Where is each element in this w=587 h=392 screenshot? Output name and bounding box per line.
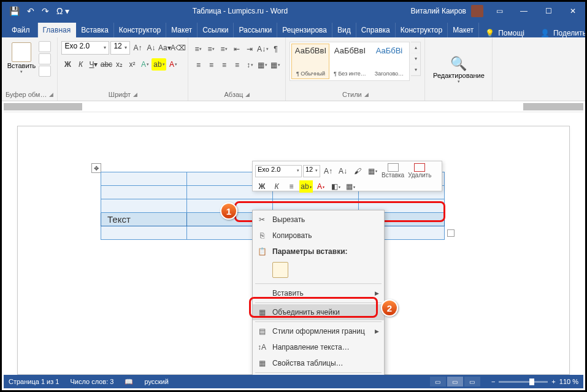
tab-file[interactable]: Файл <box>4 23 38 37</box>
align-left-icon[interactable]: ≡ <box>192 59 204 71</box>
indent-dec-icon[interactable]: ⇤ <box>231 43 243 55</box>
view-print-icon[interactable]: ▭ <box>447 377 463 386</box>
align-justify-icon[interactable]: ≡ <box>231 59 243 71</box>
find-button[interactable]: 🔍 Редактирование ▾ <box>443 53 475 84</box>
table-resize-handle[interactable] <box>447 229 455 237</box>
align-center-icon[interactable]: ≡ <box>205 59 217 71</box>
cut-icon[interactable] <box>39 41 51 52</box>
tell-me-icon[interactable]: 💡 <box>485 29 494 37</box>
numbering-icon[interactable]: ≡ <box>205 43 217 55</box>
style-normal[interactable]: АаБбВвІ¶ Обычный <box>291 44 329 79</box>
indent-inc-icon[interactable]: ⇥ <box>244 43 256 55</box>
ribbon-options-icon[interactable]: ▭ <box>487 2 512 20</box>
status-page[interactable]: Страница 1 из 1 <box>9 378 59 385</box>
undo-icon[interactable]: ↶ <box>27 6 34 16</box>
shading-icon[interactable]: ▦ <box>256 59 269 71</box>
menu-copy[interactable]: ⎘Копировать <box>253 228 384 244</box>
view-web-icon[interactable]: ▭ <box>464 377 480 386</box>
dialog-launcher-icon[interactable]: ◢ <box>133 91 137 98</box>
dialog-launcher-icon[interactable]: ◢ <box>245 91 250 98</box>
zoom-level[interactable]: 110 % <box>559 378 578 385</box>
borders-icon[interactable]: ▦ <box>269 59 282 71</box>
mini-bold-icon[interactable]: Ж <box>255 180 269 193</box>
italic-button[interactable]: К <box>74 58 86 71</box>
tab-review[interactable]: Рецензирова <box>277 23 332 37</box>
mini-font-select[interactable]: Exo 2.0▾ <box>255 165 302 177</box>
subscript-button[interactable]: x₂ <box>113 58 125 71</box>
paste-option-icon[interactable] <box>272 262 288 278</box>
style-heading1[interactable]: АаБбВіЗаголово… <box>370 44 408 79</box>
horizontal-ruler[interactable] <box>4 101 583 112</box>
save-icon[interactable]: 💾 <box>9 6 20 16</box>
maximize-button[interactable]: ☐ <box>536 2 561 20</box>
zoom-slider[interactable] <box>499 381 548 383</box>
tab-view[interactable]: Вид <box>332 23 356 37</box>
status-language[interactable]: русский <box>144 378 168 385</box>
status-proof-icon[interactable]: 📖 <box>125 378 133 386</box>
multilevel-icon[interactable]: ≡ <box>218 43 230 55</box>
avatar[interactable] <box>471 5 483 17</box>
mini-delete-button[interactable]: Удалить <box>407 163 432 179</box>
format-painter-icon[interactable] <box>39 66 51 77</box>
text-effects-icon[interactable]: A <box>139 58 151 71</box>
share-icon[interactable]: 👤 <box>540 29 550 37</box>
mini-italic-icon[interactable]: К <box>270 180 283 193</box>
font-name-select[interactable]: Exo 2.0▾ <box>61 41 109 55</box>
dialog-launcher-icon[interactable]: ◢ <box>49 91 53 98</box>
tab-mailings[interactable]: Рассылки <box>234 23 277 37</box>
mini-shading-icon[interactable]: ◧ <box>329 180 342 193</box>
page[interactable]: ✥ Текст Exo 2.0▾ 12▾ A↑ A↓ 🖌 ▦ Вставка У… <box>17 126 570 375</box>
menu-insert[interactable]: Вставить▶ <box>253 285 384 301</box>
redo-icon[interactable]: ↷ <box>42 6 49 16</box>
grow-font-icon[interactable]: A↑ <box>131 42 144 54</box>
mini-painter-icon[interactable]: 🖌 <box>351 165 364 177</box>
align-right-icon[interactable]: ≡ <box>218 59 230 71</box>
mini-cellborder-icon[interactable]: ▦ <box>343 180 357 193</box>
superscript-button[interactable]: x² <box>126 58 138 71</box>
bullets-icon[interactable]: ≡ <box>192 43 204 55</box>
tab-help[interactable]: Справка <box>356 23 396 37</box>
styles-more-button[interactable]: ▴▾▾ <box>411 42 421 76</box>
underline-button[interactable]: Ч▾ <box>87 58 99 71</box>
font-size-select[interactable]: 12▾ <box>110 41 130 55</box>
tab-references[interactable]: Ссылки <box>198 23 234 37</box>
highlight-icon[interactable]: ab <box>152 58 166 71</box>
sort-icon[interactable]: A↓ <box>256 43 269 55</box>
table-move-handle[interactable]: ✥ <box>91 163 101 173</box>
view-read-icon[interactable]: ▭ <box>430 377 446 386</box>
copy-icon[interactable] <box>39 53 51 64</box>
menu-merge-cells[interactable]: ▦Объединить ячейки <box>253 304 384 320</box>
line-spacing-icon[interactable]: ↕ <box>244 59 256 71</box>
shrink-font-icon[interactable]: A↓ <box>145 42 157 54</box>
font-color-icon[interactable]: A <box>167 58 179 71</box>
menu-text-direction[interactable]: ↕AНаправление текста… <box>253 339 384 355</box>
styles-gallery[interactable]: АаБбВвІ¶ Обычный АаБбВвІ¶ Без инте… АаБб… <box>290 42 410 81</box>
tab-design[interactable]: Конструктор <box>114 23 166 37</box>
tab-insert[interactable]: Вставка <box>76 23 114 37</box>
user-area[interactable]: Виталий Каиров <box>410 5 487 17</box>
bold-button[interactable]: Ж <box>61 58 74 71</box>
strike-button[interactable]: abc <box>100 58 112 71</box>
mini-align-icon[interactable]: ≡ <box>285 180 298 193</box>
menu-table-properties[interactable]: ▦Свойства таблицы… <box>253 355 384 371</box>
show-marks-icon[interactable]: ¶ <box>269 43 282 55</box>
mini-shrink-icon[interactable]: A↓ <box>336 165 350 177</box>
tell-me-label[interactable]: Помощі <box>498 29 524 37</box>
menu-cut[interactable]: ✂Вырезать <box>253 212 384 228</box>
table-cell-text[interactable]: Текст <box>101 213 187 226</box>
mini-fontcolor-icon[interactable]: A <box>314 180 328 193</box>
zoom-in-icon[interactable]: + <box>551 378 555 385</box>
dialog-launcher-icon[interactable]: ◢ <box>364 91 369 98</box>
zoom-out-icon[interactable]: − <box>491 378 495 385</box>
status-words[interactable]: Число слов: 3 <box>70 378 113 385</box>
document-area[interactable]: ✥ Текст Exo 2.0▾ 12▾ A↑ A↓ 🖌 ▦ Вставка У… <box>4 101 583 375</box>
mini-highlight-icon[interactable]: ab <box>299 180 313 193</box>
omega-icon[interactable]: Ω ▾ <box>56 6 69 16</box>
minimize-button[interactable]: — <box>512 2 536 20</box>
tab-table-layout[interactable]: Макет <box>448 23 479 37</box>
menu-border-styles[interactable]: ▤Стили оформления границ▶ <box>253 323 384 339</box>
mini-borders-icon[interactable]: ▦ <box>366 165 379 177</box>
mini-size-select[interactable]: 12▾ <box>303 165 320 177</box>
zoom-control[interactable]: − + 110 % <box>491 378 578 385</box>
close-button[interactable]: ✕ <box>561 2 585 20</box>
